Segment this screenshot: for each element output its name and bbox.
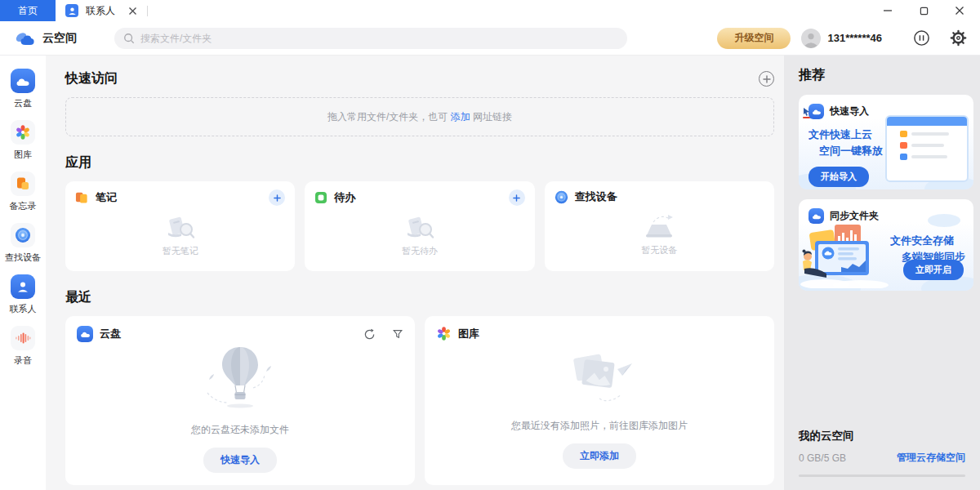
gallery-empty-text: 您最近没有添加照片，前往图库添加图片	[511, 419, 688, 433]
apps-grid: 笔记 暂无笔记	[65, 181, 774, 271]
app-card-notes[interactable]: 笔记 暂无笔记	[65, 181, 295, 271]
recorder-icon	[11, 326, 35, 350]
quick-access-title: 快速访问	[65, 70, 118, 87]
add-photos-button[interactable]: 立即添加	[563, 443, 636, 469]
empty-notes-text: 暂无笔记	[163, 245, 198, 257]
promo-card-sync-folder[interactable]: 同步文件夹 文件安全存储 多端智能同步 立即开启	[799, 199, 973, 291]
recent-title: 最近	[65, 289, 91, 306]
dropzone-add-link[interactable]: 添加	[451, 110, 470, 124]
contacts-tab-icon	[65, 4, 78, 17]
promo-card-quick-import[interactable]: 快速导入 文件快速上云 空间一键释放 开始导入	[799, 95, 973, 189]
sidebar-item-recorder[interactable]: 录音	[11, 326, 35, 367]
promo1-label: 快速导入	[830, 105, 869, 118]
promo1-line1: 文件快速上云	[808, 127, 964, 143]
promo2-label: 同步文件夹	[830, 209, 879, 223]
minimize-icon[interactable]	[882, 5, 893, 16]
cloud-drive-card-icon	[77, 326, 93, 342]
cloud-drive-empty-text: 您的云盘还未添加文件	[191, 423, 289, 437]
storage-progress-bar	[799, 474, 965, 477]
avatar	[801, 29, 821, 48]
recommend-title: 推荐	[799, 67, 973, 84]
search-icon	[123, 33, 135, 44]
sidebar-item-find-device[interactable]: 查找设备	[5, 223, 41, 264]
empty-todo-illustration	[403, 212, 437, 243]
recent-card-cloud-drive[interactable]: 云盘	[65, 316, 415, 485]
balloon-illustration	[191, 345, 289, 417]
recent-grid: 云盘	[65, 316, 774, 485]
sidebar-item-gallery[interactable]: 图库	[11, 120, 35, 161]
start-import-button[interactable]: 开始导入	[808, 167, 869, 187]
enable-sync-button[interactable]: 立即开启	[903, 260, 964, 280]
notes-icon	[75, 191, 89, 204]
header-icons	[913, 29, 967, 47]
tab-close-icon[interactable]	[128, 7, 137, 16]
photos-illustration	[550, 348, 648, 413]
gallery-card-icon	[436, 326, 452, 341]
sync-folder-icon	[808, 208, 824, 224]
empty-device-text: 暂无设备	[641, 244, 677, 256]
storage-title: 我的云空间	[799, 429, 965, 443]
apps-title: 应用	[65, 154, 91, 172]
recommend-panel: 推荐 快速导入 文件快速上云 空间一键释放 开始导入	[784, 56, 980, 490]
quick-import-button[interactable]: 快速导入	[203, 448, 277, 473]
account-info[interactable]: 131******46	[801, 29, 882, 48]
quick-access-dropzone[interactable]: 拖入常用文件/文件夹，也可 添加 网址链接	[65, 97, 774, 136]
maximize-icon[interactable]	[918, 5, 929, 16]
cursor-illustration	[803, 108, 811, 118]
manage-storage-link[interactable]: 管理云存储空间	[897, 451, 965, 465]
sync-illustration	[799, 220, 893, 291]
tab-divider	[147, 6, 148, 16]
account-id: 131******46	[827, 32, 882, 44]
search-input[interactable]	[140, 33, 618, 44]
dropzone-text-suffix: 网址链接	[470, 110, 512, 124]
app-name: 云空间	[42, 31, 77, 46]
add-todo-button[interactable]	[509, 189, 525, 206]
add-quick-access-icon[interactable]	[759, 71, 774, 87]
gear-icon[interactable]	[950, 29, 967, 47]
todo-icon	[314, 191, 327, 204]
tab-contacts-label: 联系人	[86, 4, 115, 18]
upgrade-space-button[interactable]: 升级空间	[717, 28, 791, 49]
app-logo: 云空间	[15, 31, 114, 46]
gallery-icon	[11, 120, 35, 145]
memo-icon	[11, 172, 35, 196]
window-controls	[882, 5, 980, 16]
add-note-button[interactable]	[269, 189, 285, 206]
tab-contacts[interactable]: 联系人	[56, 4, 137, 18]
promo1-line2: 空间一键释放	[808, 143, 964, 159]
recent-card-gallery[interactable]: 图库 您最近没有添加照片，前往图库添加	[425, 316, 774, 485]
find-device-icon	[11, 223, 35, 247]
tab-home-label: 首页	[18, 4, 38, 18]
empty-todo-text: 暂无待办	[402, 245, 438, 257]
empty-notes-illustration	[163, 212, 198, 243]
tab-home[interactable]: 首页	[0, 0, 56, 21]
main-content: 快速访问 拖入常用文件/文件夹，也可 添加 网址链接 应用 笔记	[46, 56, 784, 490]
find-device-card-icon	[555, 190, 568, 204]
filter-icon[interactable]	[392, 328, 403, 340]
cloud-logo-icon	[15, 31, 36, 46]
search-bar[interactable]	[114, 28, 627, 49]
app-header: 云空间 升级空间 131******46	[0, 21, 980, 56]
sidebar-item-contacts[interactable]: 联系人	[10, 274, 37, 315]
storage-usage: 0 GB/5 GB	[799, 452, 846, 464]
parallel-view-icon[interactable]	[913, 29, 930, 47]
promo2-line1: 文件安全存储	[890, 233, 965, 249]
sidebar: 云盘 图库 备忘录	[0, 56, 46, 490]
close-window-icon[interactable]	[954, 5, 965, 16]
window-tab-bar: 首页 联系人	[0, 0, 980, 21]
sidebar-item-cloud-drive[interactable]: 云盘	[11, 69, 35, 109]
storage-summary: 我的云空间 0 GB/5 GB 管理云存储空间	[799, 429, 973, 477]
refresh-icon[interactable]	[363, 328, 376, 341]
app-card-todo[interactable]: 待办 暂无待办	[305, 181, 534, 271]
contacts-icon	[11, 274, 35, 299]
dropzone-text-prefix: 拖入常用文件/文件夹，也可	[327, 110, 451, 124]
sidebar-item-memo[interactable]: 备忘录	[10, 172, 37, 212]
cloud-drive-icon	[11, 69, 35, 93]
app-card-find-device[interactable]: 查找设备 暂无设备	[545, 181, 774, 271]
empty-device-illustration	[640, 211, 678, 242]
